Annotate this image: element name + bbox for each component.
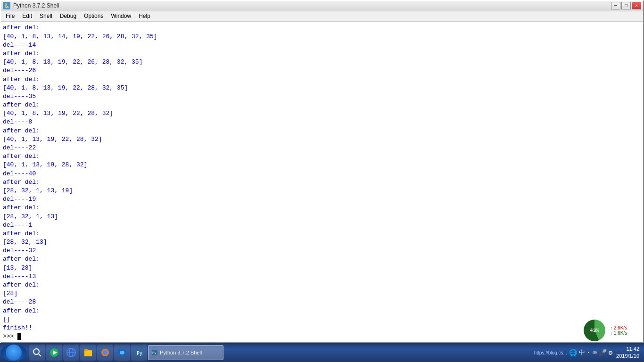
tray-clock[interactable]: 11:42 2019/1/10 bbox=[614, 346, 641, 360]
taskbar: Py Py Python 3.7.2 Shell https://blog.cs… bbox=[0, 343, 644, 362]
shell-line: [40, 1, 13, 19, 22, 28, 32] bbox=[3, 135, 641, 144]
tray-url: https://blog.cs... bbox=[534, 350, 567, 355]
shell-line: del----19 bbox=[3, 195, 641, 204]
taskbar-icon-browser[interactable] bbox=[63, 345, 79, 361]
shell-line: del----28 bbox=[3, 298, 641, 306]
title-bar: 🐍 Python 3.7.2 Shell ─ □ ✕ bbox=[1, 1, 643, 11]
menu-window[interactable]: Window bbox=[107, 12, 135, 20]
shell-line: del----32 bbox=[3, 247, 641, 255]
shell-line: after del: bbox=[3, 204, 641, 212]
window-title: Python 3.7.2 Shell bbox=[13, 2, 59, 9]
taskbar-icon-firefox[interactable] bbox=[97, 345, 113, 361]
shell-line: del----13 bbox=[3, 272, 641, 281]
menu-file[interactable]: File bbox=[2, 12, 18, 20]
network-stats: ↑ 2.6K/s ↓ 1.6K/s bbox=[608, 324, 629, 337]
shell-line: [28, 32, 13] bbox=[3, 238, 641, 247]
resource-monitor: 43% ↑ 2.6K/s ↓ 1.6K/s bbox=[583, 319, 639, 342]
shell-line: [40, 1, 8, 13, 19, 22, 28, 32, 35] bbox=[3, 84, 641, 92]
title-bar-left: 🐍 Python 3.7.2 Shell bbox=[3, 2, 59, 9]
shell-line: after del: bbox=[3, 307, 641, 315]
tray-dot-icon[interactable]: · bbox=[587, 349, 591, 356]
shell-line: after del: bbox=[3, 230, 641, 238]
shell-line: >>> bbox=[3, 332, 641, 341]
shell-line: [28] bbox=[3, 289, 641, 298]
shell-line: del----1 bbox=[3, 221, 641, 230]
shell-line: del----14 bbox=[3, 41, 641, 49]
shell-line: after del: bbox=[3, 178, 641, 187]
shell-line: del----40 bbox=[3, 170, 641, 178]
minimize-button[interactable]: ─ bbox=[611, 2, 620, 9]
shell-line: after del: bbox=[3, 75, 641, 84]
shell-line: after del: bbox=[3, 101, 641, 109]
start-button[interactable] bbox=[1, 344, 26, 361]
shell-line: after del: bbox=[3, 49, 641, 58]
shell-line: after del: bbox=[3, 281, 641, 289]
taskbar-icon-media[interactable] bbox=[46, 345, 62, 361]
shell-line: finish!! bbox=[3, 324, 641, 332]
shell-line: [28, 32, 1, 13] bbox=[3, 213, 641, 221]
menu-debug[interactable]: Debug bbox=[56, 12, 80, 20]
shell-line: after del: bbox=[3, 127, 641, 135]
shell-line: after del: bbox=[3, 24, 641, 32]
tray-input-icon[interactable]: ⌨ bbox=[593, 349, 596, 357]
shell-line: [28, 32, 1, 13, 19] bbox=[3, 187, 641, 195]
tray-network-icon[interactable]: 🌐 bbox=[569, 349, 577, 357]
svg-point-10 bbox=[103, 350, 107, 355]
python-icon: 🐍 bbox=[3, 2, 10, 9]
menu-help[interactable]: Help bbox=[135, 12, 154, 20]
menu-options[interactable]: Options bbox=[80, 12, 107, 20]
tray-settings-icon[interactable]: ⚙ bbox=[609, 349, 612, 357]
shell-line: [13, 28] bbox=[3, 264, 641, 272]
shell-line: [] bbox=[3, 315, 641, 324]
close-button[interactable]: ✕ bbox=[632, 2, 641, 9]
net-upload: ↑ 2.6K/s bbox=[610, 325, 627, 330]
tray-ime-icon[interactable]: 中 bbox=[579, 348, 585, 357]
taskbar-icon-ie[interactable] bbox=[29, 345, 45, 361]
net-download: ↓ 1.6K/s bbox=[610, 330, 627, 336]
shell-line: del----35 bbox=[3, 92, 641, 101]
maximize-button[interactable]: □ bbox=[621, 2, 631, 9]
shell-line: del----8 bbox=[3, 118, 641, 126]
shell-line: after del: bbox=[3, 152, 641, 161]
shell-line: [40, 1, 13, 19, 28, 32] bbox=[3, 161, 641, 169]
clock-date: 2019/1/10 bbox=[616, 353, 639, 360]
svg-point-12 bbox=[120, 351, 124, 354]
svg-point-0 bbox=[33, 349, 39, 354]
menu-shell[interactable]: Shell bbox=[36, 12, 56, 20]
taskbar-icon-python[interactable]: Py bbox=[131, 345, 147, 361]
svg-text:Py: Py bbox=[152, 351, 156, 355]
shell-line: after del: bbox=[3, 255, 641, 263]
window-controls: ─ □ ✕ bbox=[611, 2, 641, 9]
svg-rect-8 bbox=[84, 349, 88, 351]
shell-line: [40, 1, 8, 13, 19, 22, 28, 32] bbox=[3, 109, 641, 118]
taskbar-icon-cloud[interactable] bbox=[114, 345, 130, 361]
svg-line-1 bbox=[39, 354, 41, 356]
active-window-label: Python 3.7.2 Shell bbox=[160, 350, 202, 355]
clock-time: 11:42 bbox=[616, 346, 639, 353]
cpu-percent: 43% bbox=[590, 328, 599, 333]
cpu-circle: 43% bbox=[584, 320, 605, 341]
svg-text:Py: Py bbox=[137, 351, 142, 356]
tray-mic-icon[interactable]: 🎤 bbox=[599, 349, 607, 357]
start-orb bbox=[5, 344, 22, 361]
shell-line: [40, 1, 8, 13, 19, 22, 26, 28, 32, 35] bbox=[3, 58, 641, 66]
shell-line: del----22 bbox=[3, 144, 641, 152]
active-window-button[interactable]: Py Python 3.7.2 Shell bbox=[148, 345, 223, 360]
shell-line: del----26 bbox=[3, 66, 641, 75]
menu-bar: File Edit Shell Debug Options Window Hel… bbox=[1, 11, 643, 22]
taskbar-icon-explorer[interactable] bbox=[80, 345, 96, 361]
menu-edit[interactable]: Edit bbox=[18, 12, 36, 20]
window-frame: 🐍 Python 3.7.2 Shell ─ □ ✕ File Edit She… bbox=[0, 0, 644, 343]
system-tray: https://blog.cs... 🌐 中 · ⌨ 🎤 ⚙ 11:42 201… bbox=[532, 346, 643, 360]
shell-output[interactable]: [40, 1, 5, 8, 13, 14, 17, 19, 22, 23, 26… bbox=[1, 22, 643, 342]
shell-line: [40, 1, 8, 13, 14, 19, 22, 26, 28, 32, 3… bbox=[3, 33, 641, 41]
